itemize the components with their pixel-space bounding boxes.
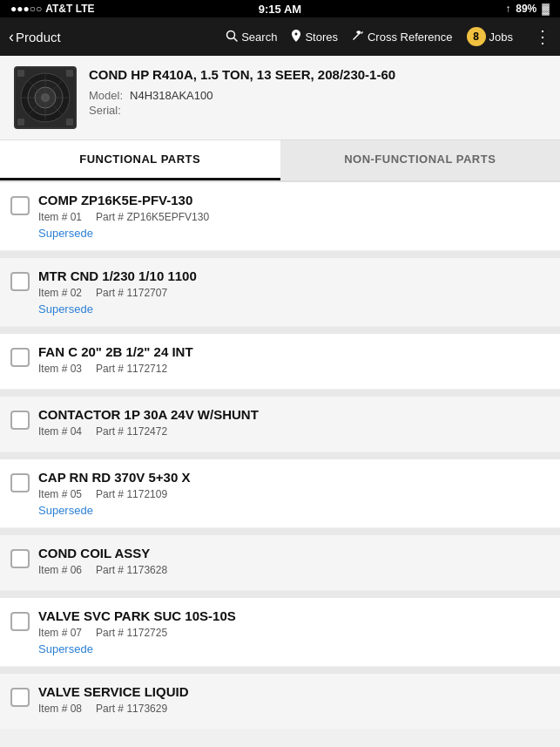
checkbox-area: [10, 688, 30, 707]
svg-rect-11: [17, 70, 24, 77]
part-item: VALVE SERVICE LIQUID Item # 08 Part # 11…: [0, 674, 560, 729]
part-item: CONTACTOR 1P 30A 24V W/SHUNT Item # 04 P…: [0, 397, 560, 452]
part-checkbox[interactable]: [10, 272, 30, 291]
supersede-link[interactable]: Supersede: [38, 227, 546, 240]
product-serial: Serial:: [89, 104, 546, 117]
product-image: [14, 66, 77, 129]
cross-reference-action[interactable]: Cross Reference: [352, 30, 453, 44]
part-name: FAN C 20" 2B 1/2" 24 INT: [38, 344, 546, 359]
part-item-num: Item # 04: [38, 425, 82, 438]
part-meta: Item # 02 Part # 1172707: [38, 287, 546, 299]
search-action[interactable]: Search: [226, 30, 277, 44]
svg-rect-12: [66, 70, 73, 77]
serial-label: Serial:: [89, 104, 121, 117]
part-separator: [0, 390, 560, 397]
part-meta: Item # 04 Part # 1172472: [38, 425, 546, 438]
jobs-action[interactable]: 8 Jobs: [467, 27, 513, 46]
status-bar-left: ●●●○○ AT&T LTE: [10, 3, 94, 15]
back-chevron-icon: ‹: [9, 28, 14, 46]
part-checkbox[interactable]: [10, 348, 30, 367]
jobs-count: 8: [473, 31, 479, 43]
status-bar: ●●●○○ AT&T LTE 9:15 AM ↑ 89% ▓: [0, 0, 560, 17]
nav-actions: Search Stores Cross Reference 8 J: [226, 26, 551, 47]
wrench-icon: [352, 30, 364, 44]
tab-non-functional-parts[interactable]: NON-FUNCTIONAL PARTS: [280, 140, 561, 180]
location-icon: [291, 30, 301, 44]
model-value: N4H318AKA100: [130, 89, 213, 102]
model-label: Model:: [89, 89, 123, 102]
carrier-label: AT&T LTE: [45, 3, 94, 15]
back-button[interactable]: ‹ Product: [9, 28, 78, 46]
svg-rect-14: [66, 119, 73, 126]
product-model: Model: N4H318AKA100: [89, 89, 546, 102]
checkbox-area: [10, 348, 30, 367]
part-meta: Item # 05 Part # 1172109: [38, 488, 546, 500]
supersede-link[interactable]: Supersede: [38, 504, 546, 517]
checkbox-area: [10, 549, 30, 568]
part-item-num: Item # 03: [38, 363, 82, 375]
part-checkbox[interactable]: [10, 411, 30, 430]
part-meta: Item # 08 Part # 1173629: [38, 703, 546, 715]
part-num: Part # 1172707: [96, 287, 167, 299]
part-checkbox[interactable]: [10, 688, 30, 707]
stores-label: Stores: [305, 31, 338, 44]
part-item: VALVE SVC PARK SUC 10S-10S Item # 07 Par…: [0, 598, 560, 666]
more-icon[interactable]: ⋮: [534, 26, 551, 47]
checkbox-area: [10, 196, 30, 215]
location-arrow-icon: ↑: [505, 3, 510, 15]
part-num: Part # 1172725: [96, 627, 167, 639]
part-details: VALVE SVC PARK SUC 10S-10S Item # 07 Par…: [38, 608, 546, 655]
search-label: Search: [241, 31, 277, 44]
tabs-container: FUNCTIONAL PARTS NON-FUNCTIONAL PARTS: [0, 140, 560, 182]
part-item-num: Item # 02: [38, 287, 82, 299]
part-separator: [0, 251, 560, 258]
part-name: COND COIL ASSY: [38, 546, 546, 560]
part-checkbox[interactable]: [10, 612, 30, 631]
status-bar-time: 9:15 AM: [259, 3, 301, 16]
part-item-num: Item # 06: [38, 564, 82, 576]
part-details: CAP RN RD 370V 5+30 X Item # 05 Part # 1…: [38, 470, 546, 517]
product-title: COND HP R410A, 1.5 TON, 13 SEER, 208/230…: [89, 66, 546, 84]
nav-bar: ‹ Product Search Stores: [0, 17, 560, 56]
checkbox-area: [10, 473, 30, 492]
part-num: Part # 1172109: [96, 488, 167, 500]
part-num: Part # 1173629: [96, 703, 167, 715]
jobs-badge: 8: [467, 27, 486, 46]
tab-functional-parts[interactable]: FUNCTIONAL PARTS: [0, 140, 280, 180]
part-num: Part # 1172472: [96, 425, 167, 438]
part-separator: [0, 667, 560, 674]
part-num: Part # 1172712: [96, 363, 167, 375]
part-separator: [0, 591, 560, 598]
part-details: COND COIL ASSY Item # 06 Part # 1173628: [38, 546, 546, 580]
part-meta: Item # 01 Part # ZP16K5EPFV130: [38, 211, 546, 223]
part-separator: [0, 327, 560, 334]
part-details: COMP ZP16K5E-PFV-130 Item # 01 Part # ZP…: [38, 193, 546, 240]
checkbox-area: [10, 411, 30, 430]
part-meta: Item # 03 Part # 1172712: [38, 363, 546, 375]
part-details: VALVE SERVICE LIQUID Item # 08 Part # 11…: [38, 684, 546, 718]
supersede-link[interactable]: Supersede: [38, 642, 546, 655]
part-checkbox[interactable]: [10, 549, 30, 568]
product-info: COND HP R410A, 1.5 TON, 13 SEER, 208/230…: [89, 66, 546, 119]
part-item: CAP RN RD 370V 5+30 X Item # 05 Part # 1…: [0, 459, 560, 527]
battery-label: 89%: [516, 3, 536, 15]
part-details: FAN C 20" 2B 1/2" 24 INT Item # 03 Part …: [38, 344, 546, 378]
part-name: VALVE SVC PARK SUC 10S-10S: [38, 608, 546, 623]
checkbox-area: [10, 272, 30, 291]
part-num: Part # ZP16K5EPFV130: [96, 211, 209, 223]
part-name: COMP ZP16K5E-PFV-130: [38, 193, 546, 207]
supersede-link[interactable]: Supersede: [38, 302, 546, 316]
product-header: COND HP R410A, 1.5 TON, 13 SEER, 208/230…: [0, 56, 560, 140]
stores-action[interactable]: Stores: [291, 30, 338, 44]
parts-list: COMP ZP16K5E-PFV-130 Item # 01 Part # ZP…: [0, 182, 560, 729]
part-item: COND COIL ASSY Item # 06 Part # 1173628: [0, 535, 560, 590]
part-item-num: Item # 08: [38, 703, 82, 715]
part-checkbox[interactable]: [10, 196, 30, 215]
part-item-num: Item # 07: [38, 627, 82, 639]
part-meta: Item # 06 Part # 1173628: [38, 564, 546, 576]
jobs-label: Jobs: [489, 31, 513, 44]
part-meta: Item # 07 Part # 1172725: [38, 627, 546, 639]
part-checkbox[interactable]: [10, 473, 30, 492]
part-name: VALVE SERVICE LIQUID: [38, 684, 546, 699]
part-name: CAP RN RD 370V 5+30 X: [38, 470, 546, 485]
